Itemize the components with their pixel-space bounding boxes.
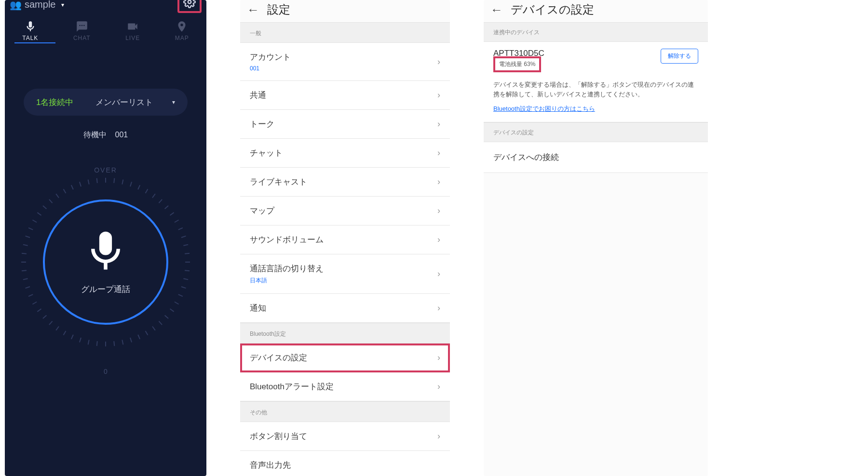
row-label: Bluetoothアラート設定	[250, 381, 334, 392]
dial-tick	[159, 199, 163, 203]
row-sound[interactable]: サウンドボリューム›	[240, 225, 450, 254]
dial-tick	[25, 286, 30, 289]
settings-panel: ← 設定 一般 アカウント 001 › 共通› トーク› チャット› ライブキャ…	[240, 0, 450, 476]
chevron-right-icon: ›	[437, 382, 440, 392]
tab-map[interactable]: MAP	[175, 20, 189, 41]
section-bluetooth: Bluetooth設定	[240, 323, 450, 344]
dial-tick	[42, 205, 47, 209]
dial-tick	[23, 244, 28, 246]
gear-icon	[183, 0, 196, 8]
row-label: チャット	[250, 147, 283, 159]
row-label: マップ	[250, 205, 274, 216]
dial-tick	[96, 178, 98, 183]
row-account[interactable]: アカウント 001 ›	[240, 43, 450, 81]
member-list-label: メンバーリスト	[95, 97, 153, 108]
unpair-button[interactable]: 解除する	[661, 49, 698, 64]
dial-tick	[49, 199, 53, 203]
row-label: 音声出力先	[250, 460, 291, 471]
dial-tick	[49, 321, 53, 325]
dial-tick	[113, 341, 115, 346]
ptt-button[interactable]: グループ通話	[43, 199, 168, 325]
battery-level: 電池残量 63%	[493, 56, 541, 72]
page-title: デバイスの設定	[511, 2, 594, 17]
svg-point-0	[188, 0, 191, 3]
tab-label: MAP	[175, 35, 189, 41]
status-label: 待機中	[83, 131, 107, 139]
row-label: ライブキャスト	[250, 176, 307, 187]
row-livecast[interactable]: ライブキャスト›	[240, 168, 450, 197]
back-arrow-icon[interactable]: ←	[490, 2, 503, 17]
over-label: OVER	[94, 166, 117, 174]
row-device-settings[interactable]: デバイスの設定›	[240, 344, 450, 372]
row-language[interactable]: 通話言語の切り替え 日本語 ›	[240, 254, 450, 294]
status-id: 001	[115, 131, 128, 139]
dial-tick	[37, 212, 41, 215]
dial-tick	[137, 185, 140, 190]
section-device-settings: デバイスの設定	[484, 122, 708, 142]
chevron-down-icon: ▾	[172, 99, 175, 106]
row-common[interactable]: 共通›	[240, 81, 450, 110]
tab-live[interactable]: LIVE	[125, 20, 140, 41]
row-sub: 日本語	[250, 277, 324, 285]
row-talk[interactable]: トーク›	[240, 110, 450, 139]
active-tab-indicator	[14, 42, 55, 43]
chevron-right-icon: ›	[437, 119, 440, 129]
dial-tick	[174, 302, 179, 305]
dial-tick	[145, 189, 149, 194]
bluetooth-help-link[interactable]: Bluetooth設定でお困りの方はこちら	[493, 105, 595, 113]
row-device-connect[interactable]: デバイスへの接続	[484, 142, 708, 173]
tab-chat[interactable]: CHAT	[73, 20, 91, 41]
dial-tick	[130, 182, 132, 186]
dial-tick	[71, 334, 74, 339]
dial-tick	[130, 338, 132, 343]
row-button-assign[interactable]: ボタン割り当て›	[240, 422, 450, 451]
ptt-dial: OVER グループ通話 0	[21, 163, 190, 375]
row-bt-alert[interactable]: Bluetoothアラート設定›	[240, 372, 450, 401]
chevron-right-icon: ›	[437, 269, 440, 279]
dial-tick	[170, 212, 174, 215]
row-notify[interactable]: 通知›	[240, 294, 450, 323]
dial-tick	[152, 326, 155, 331]
dial-tick	[96, 341, 98, 346]
chevron-right-icon: ›	[437, 303, 440, 313]
connection-count: 1名接続中	[36, 97, 73, 108]
settings-header: ← 設定	[240, 0, 450, 22]
chevron-right-icon: ›	[437, 206, 440, 216]
dial-tick	[71, 185, 74, 190]
chevron-right-icon: ›	[437, 353, 440, 363]
dial-tick	[21, 262, 26, 263]
dial-tick	[152, 194, 155, 198]
settings-button[interactable]	[177, 0, 202, 13]
connection-pill[interactable]: 1名接続中 メンバーリスト ▾	[24, 89, 188, 116]
talk-app-panel: 👥 sample ▾ TALK CHAT LIVE MAP 1名接続中 メンバー…	[5, 0, 206, 476]
row-label: トーク	[250, 119, 274, 130]
row-chat[interactable]: チャット›	[240, 139, 450, 168]
group-name[interactable]: sample	[25, 0, 55, 10]
dial-tick	[145, 331, 149, 335]
dial-tick	[185, 253, 190, 254]
row-label: ボタン割り当て	[250, 431, 307, 442]
section-paired-device: 連携中のデバイス	[484, 22, 708, 42]
main-tabs: TALK CHAT LIVE MAP	[5, 13, 206, 46]
dial-tick	[22, 270, 27, 271]
dial-tick	[178, 294, 183, 297]
row-map[interactable]: マップ›	[240, 197, 450, 225]
tab-talk[interactable]: TALK	[22, 20, 38, 41]
device-settings-panel: ← デバイスの設定 連携中のデバイス APTT310D5C 電池残量 63% 解…	[484, 0, 708, 476]
status-row: 待機中 001	[5, 130, 206, 140]
video-icon	[126, 20, 139, 33]
row-audio-output[interactable]: 音声出力先	[240, 451, 450, 476]
dial-tick	[22, 253, 27, 254]
dial-tick	[55, 194, 59, 198]
page-title: 設定	[267, 2, 290, 17]
dial-tick	[32, 302, 37, 305]
chevron-down-icon[interactable]: ▾	[61, 1, 64, 8]
back-arrow-icon[interactable]: ←	[247, 2, 259, 17]
row-label: デバイスの設定	[250, 352, 307, 363]
zero-label: 0	[104, 368, 108, 375]
dial-tick	[178, 227, 183, 230]
dial-tick	[28, 227, 33, 230]
chevron-right-icon: ›	[437, 431, 440, 441]
dial-tick	[28, 294, 33, 297]
tab-label: CHAT	[73, 35, 91, 41]
